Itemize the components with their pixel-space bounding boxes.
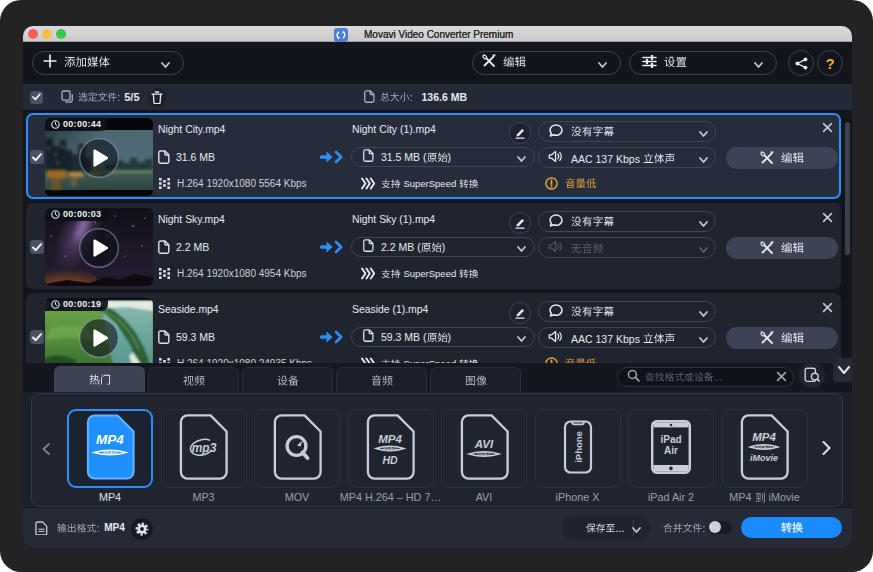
- svg-text:VIDEO: VIDEO: [476, 451, 491, 456]
- svg-text:MP4: MP4: [96, 432, 124, 447]
- svg-text:iMovie: iMovie: [750, 453, 778, 463]
- svg-text:MP4: MP4: [752, 431, 776, 443]
- svg-text:VIDEO: VIDEO: [383, 446, 398, 451]
- svg-text:AVI: AVI: [473, 437, 493, 449]
- svg-text:VIDEO: VIDEO: [102, 450, 117, 455]
- svg-text:MP4: MP4: [378, 432, 402, 444]
- svg-text:iPhone: iPhone: [572, 431, 583, 463]
- svg-text:VIDEO: VIDEO: [757, 444, 772, 449]
- svg-text:HD: HD: [382, 454, 398, 466]
- svg-text:iPad: iPad: [660, 433, 681, 444]
- svg-text:mp3: mp3: [192, 440, 217, 454]
- svg-text:Air: Air: [664, 444, 678, 455]
